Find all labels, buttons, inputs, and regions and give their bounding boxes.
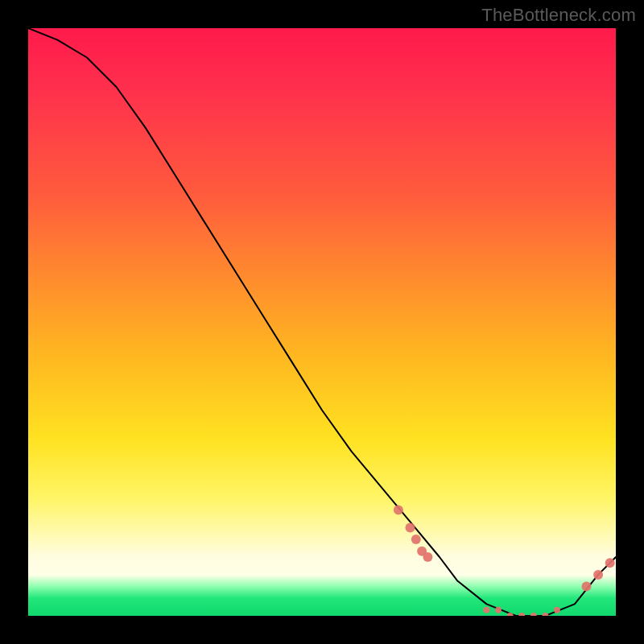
gradient-background	[28, 28, 616, 616]
watermark-text: TheBottleneck.com	[481, 5, 636, 26]
chart-frame: TheBottleneck.com	[0, 0, 644, 644]
plot-area	[28, 28, 616, 616]
